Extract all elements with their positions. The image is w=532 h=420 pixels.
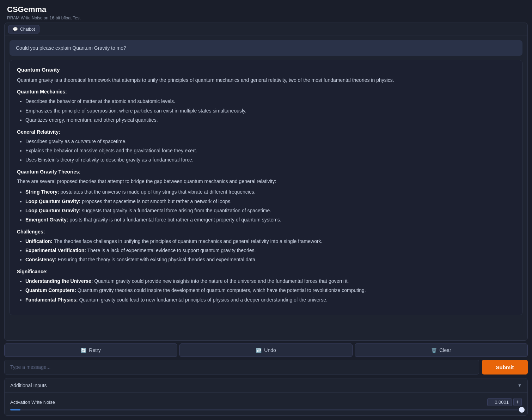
action-bar: 🔄 Retry ↩️ Undo 🗑️ Clear — [4, 343, 528, 357]
slider-increment-button[interactable]: + — [513, 398, 522, 406]
retry-button[interactable]: 🔄 Retry — [4, 343, 177, 357]
slider-row: Activation Write Noise 0.0001 + — [10, 398, 522, 406]
chatbot-tab-icon: 💬 — [13, 27, 18, 32]
section-heading-challenges: Challenges: — [17, 229, 515, 235]
additional-inputs-panel: Additional Inputs ▼ Activation Write Noi… — [4, 378, 528, 416]
section-heading-qgt: Quantum Gravity Theories: — [17, 169, 515, 175]
bullet-list-challenges: Unification: The theories face challenge… — [17, 237, 515, 264]
list-item: Consistency: Ensuring that the theory is… — [25, 256, 515, 263]
app-header: CSGemma RRAM Write Noise on 16-bit bfloa… — [0, 0, 532, 23]
list-item: Experimental Verification: There is a la… — [25, 246, 515, 254]
slider-track — [10, 409, 522, 410]
response-intro: Quantum gravity is a theoretical framewo… — [17, 76, 515, 84]
user-message: Could you please explain Quantum Gravity… — [10, 40, 522, 56]
bullet-list-qm: Describes the behavior of matter at the … — [17, 97, 515, 124]
list-item: Quantum Computers: Quantum gravity theor… — [25, 286, 515, 294]
input-row: Submit — [4, 360, 528, 375]
list-item: Unification: The theories face challenge… — [25, 237, 515, 245]
list-item: Quantizes energy, momentum, and other ph… — [25, 116, 515, 124]
slider-thumb[interactable] — [519, 407, 525, 413]
chevron-down-icon: ▼ — [518, 383, 522, 388]
list-item: Loop Quantum Gravity: suggests that grav… — [25, 207, 515, 214]
chat-messages: Could you please explain Quantum Gravity… — [5, 36, 527, 340]
submit-button[interactable]: Submit — [482, 360, 528, 375]
list-item: Uses Einstein's theory of relativity to … — [25, 156, 515, 164]
app-subtitle: RRAM Write Noise on 16-bit bfloat Test — [7, 16, 525, 20]
app-title: CSGemma — [7, 5, 525, 14]
clear-icon: 🗑️ — [431, 348, 437, 353]
main-container: 💬 Chatbot Could you please explain Quant… — [0, 23, 532, 420]
bullet-list-significance: Understanding the Universe: Quantum grav… — [17, 277, 515, 304]
additional-inputs-label: Additional Inputs — [10, 383, 47, 388]
list-item: Understanding the Universe: Quantum grav… — [25, 277, 515, 285]
slider-value: 0.0001 — [487, 398, 512, 406]
section-heading-gr: General Relativity: — [17, 129, 515, 135]
list-item: Emergent Gravity: posits that gravity is… — [25, 216, 515, 224]
additional-inputs-header[interactable]: Additional Inputs ▼ — [5, 378, 527, 393]
section-quantum-mechanics: Quantum Mechanics: Describes the behavio… — [17, 89, 515, 124]
retry-label: Retry — [89, 347, 100, 353]
list-item: String Theory: postulates that the unive… — [25, 188, 515, 196]
section-heading-significance: Significance: — [17, 269, 515, 274]
section-challenges: Challenges: Unification: The theories fa… — [17, 229, 515, 264]
undo-icon: ↩️ — [256, 348, 262, 353]
section-qg-theories: Quantum Gravity Theories: There are seve… — [17, 169, 515, 224]
section-general-relativity: General Relativity: Describes gravity as… — [17, 129, 515, 164]
slider-container — [10, 409, 522, 410]
undo-button[interactable]: ↩️ Undo — [179, 343, 353, 357]
chatbot-tab-label: Chatbot — [20, 27, 35, 32]
list-item: Emphasizes the principle of superpositio… — [25, 107, 515, 115]
qgt-intro: There are several proposed theories that… — [17, 177, 515, 185]
submit-label: Submit — [496, 364, 514, 370]
slider-fill — [10, 409, 20, 410]
chatbot-tab[interactable]: 💬 Chatbot — [8, 25, 39, 34]
chat-panel: 💬 Chatbot Could you please explain Quant… — [4, 23, 528, 341]
message-input[interactable] — [4, 360, 479, 375]
bullet-list-gr: Describes gravity as a curvature of spac… — [17, 138, 515, 164]
user-message-text: Could you please explain Quantum Gravity… — [16, 45, 126, 51]
chat-tab-bar: 💬 Chatbot — [5, 23, 527, 36]
list-item: Describes gravity as a curvature of spac… — [25, 138, 515, 145]
retry-icon: 🔄 — [81, 348, 86, 353]
additional-inputs-body: Activation Write Noise 0.0001 + — [5, 393, 527, 415]
list-item: Describes the behavior of matter at the … — [25, 97, 515, 105]
list-item: Explains the behavior of massive objects… — [25, 147, 515, 154]
list-item: Loop Quantum Gravity: proposes that spac… — [25, 197, 515, 205]
section-significance: Significance: Understanding the Universe… — [17, 269, 515, 304]
bullet-list-qgt: String Theory: postulates that the unive… — [17, 188, 515, 224]
clear-label: Clear — [439, 347, 451, 353]
clear-button[interactable]: 🗑️ Clear — [355, 343, 528, 357]
slider-label: Activation Write Noise — [10, 400, 67, 405]
response-title: Quantum Gravity — [17, 67, 515, 73]
slider-value-box: 0.0001 + — [487, 398, 522, 406]
assistant-message: Quantum Gravity Quantum gravity is a the… — [10, 60, 522, 315]
section-heading-qm: Quantum Mechanics: — [17, 89, 515, 95]
undo-label: Undo — [264, 347, 276, 353]
list-item: Fundamental Physics: Quantum gravity cou… — [25, 296, 515, 304]
